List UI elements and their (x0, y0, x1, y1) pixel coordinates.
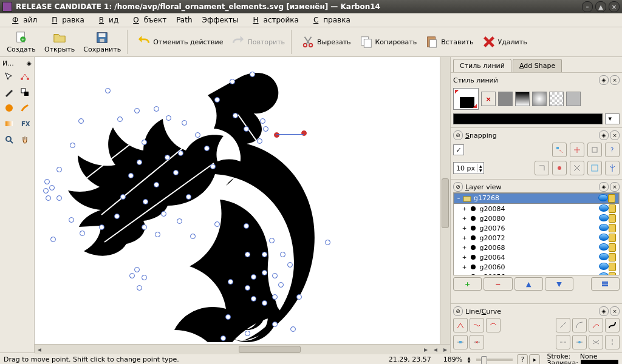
dock-float-icon[interactable]: ◈ (599, 75, 609, 85)
layer-row[interactable]: –g17268 (454, 193, 619, 204)
snap-distance-spinner[interactable]: 10 px▲▼ (453, 162, 484, 174)
stroke-color-well[interactable] (453, 113, 603, 124)
layer-row[interactable]: +g20076 (454, 223, 619, 233)
layer-row[interactable]: +g20064 (454, 252, 619, 262)
seg-curve2-button[interactable] (589, 318, 603, 332)
snap-ext-button[interactable] (570, 143, 584, 157)
snap-help-button[interactable]: ? (605, 143, 620, 157)
smooth-point-button[interactable] (470, 318, 484, 332)
no-stroke-button[interactable]: × (481, 92, 496, 106)
dock-close-icon[interactable]: × (610, 182, 620, 192)
undo-button[interactable]: Отменить действие (133, 34, 227, 50)
fill-swatch[interactable] (581, 360, 618, 365)
menu-object[interactable]: Объект (123, 15, 171, 25)
shape-tool[interactable] (18, 85, 32, 99)
snap-bbox-button[interactable] (587, 161, 602, 175)
dock-float-icon[interactable]: ◈ (599, 306, 609, 316)
linear-grad-button[interactable] (515, 92, 530, 106)
pointer-tool[interactable] (2, 69, 16, 84)
minimize-button[interactable]: – (582, 1, 593, 12)
delete-node-button[interactable] (470, 335, 484, 349)
merge-nodes-button[interactable] (589, 335, 603, 349)
menu-file[interactable]: Файл (2, 15, 42, 25)
layer-row[interactable]: +g20068 (454, 243, 619, 252)
snap-intersect-button[interactable] (570, 161, 584, 175)
snap-ortho-button[interactable] (535, 161, 549, 175)
pen-tool[interactable] (2, 85, 16, 99)
stroke-preview[interactable] (453, 88, 479, 110)
layer-list[interactable]: –g17268 +g20084 +g20080 +g20076 +g20072 … (453, 192, 620, 275)
zoom-tool[interactable] (2, 132, 16, 147)
snap-node-button[interactable] (552, 143, 567, 157)
join-path-button[interactable] (572, 335, 587, 349)
tab-stroke-style[interactable]: Стиль линий (453, 59, 511, 72)
layer-row[interactable]: +g20080 (454, 214, 619, 223)
layer-row[interactable]: +g20084 (454, 204, 619, 214)
dock-collapse-icon[interactable]: ⊘ (453, 182, 463, 192)
seg-curve3-button[interactable] (605, 318, 620, 332)
zoom-slider[interactable] (476, 359, 513, 361)
snap-enable-checkbox[interactable]: ✓ (453, 144, 464, 155)
maximize-button[interactable]: ▲ (595, 1, 606, 12)
menu-path[interactable]: Path (171, 15, 197, 25)
gradient-tool[interactable] (2, 116, 16, 131)
redo-button[interactable]: Повторить (227, 34, 289, 50)
layer-row[interactable]: +g20072 (454, 233, 619, 243)
layer-down-button[interactable]: ▼ (545, 277, 573, 291)
snap-guide-button[interactable] (605, 161, 620, 175)
delete-button[interactable]: Удалить (478, 34, 531, 50)
canvas[interactable] (35, 57, 440, 344)
canvas-vscrollbar[interactable] (440, 57, 450, 344)
save-button[interactable]: Сохранить (79, 30, 125, 55)
layer-row[interactable]: +g20060 (454, 262, 619, 272)
canvas-hscrollbar[interactable]: ◂▸◂▸ (35, 344, 450, 354)
insert-node-button[interactable] (453, 335, 468, 349)
new-button[interactable]: +Создать (2, 30, 40, 55)
layer-up-button[interactable]: ▲ (514, 277, 543, 291)
radial-grad-button[interactable] (532, 92, 547, 106)
dock-close-icon[interactable]: × (610, 130, 620, 140)
symmetric-point-button[interactable] (486, 318, 501, 332)
snap-node2-button[interactable] (552, 161, 567, 175)
copy-button[interactable]: Копировать (355, 34, 422, 50)
open-button[interactable]: Открыть (40, 30, 79, 55)
menu-settings[interactable]: Настройка (244, 15, 304, 25)
tab-add-shape[interactable]: Add Shape (513, 59, 562, 72)
close-button[interactable]: × (609, 1, 620, 12)
status-menu-button[interactable]: ▸ (529, 354, 540, 365)
pattern2-button[interactable] (566, 92, 581, 106)
paste-button[interactable]: Вставить (421, 34, 477, 50)
menu-view[interactable]: Вид (89, 15, 123, 25)
pattern-tool[interactable] (2, 101, 16, 115)
dock-float-icon[interactable]: ◈ (599, 130, 609, 140)
node-tool[interactable] (18, 69, 32, 84)
tools-collapse-icon[interactable]: ◈ (27, 59, 32, 67)
dock-float-icon[interactable]: ◈ (599, 182, 609, 192)
snap-grid-button[interactable] (587, 143, 602, 157)
menu-help[interactable]: Справка (304, 15, 355, 25)
fx-tool[interactable]: FX (18, 116, 32, 131)
dock-close-icon[interactable]: × (610, 75, 620, 85)
seg-line-button[interactable] (556, 318, 570, 332)
dock-close-icon[interactable]: × (610, 306, 620, 316)
menu-edit[interactable]: Правка (42, 15, 89, 25)
calligraphy-tool[interactable] (18, 101, 32, 115)
pattern-button[interactable] (549, 92, 564, 106)
seg-curve-button[interactable] (572, 318, 587, 332)
tools-title: И... (2, 59, 14, 67)
menu-effects[interactable]: Эффекты (197, 15, 244, 25)
break-path-button[interactable] (556, 335, 570, 349)
status-help-button[interactable]: ? (517, 354, 528, 365)
split-segment-button[interactable] (605, 335, 620, 349)
layer-options-button[interactable] (591, 277, 620, 291)
pan-tool[interactable] (18, 132, 32, 147)
remove-layer-button[interactable]: − (484, 277, 512, 291)
dock-collapse-icon[interactable]: ⊘ (453, 130, 463, 140)
stroke-color-select[interactable]: ▾ (605, 113, 620, 124)
add-layer-button[interactable]: + (453, 277, 482, 291)
stroke-value[interactable]: None (570, 353, 607, 360)
corner-point-button[interactable] (453, 318, 468, 332)
flat-fill-button[interactable] (498, 92, 513, 106)
cut-button[interactable]: Вырезать (297, 34, 355, 50)
dock-collapse-icon[interactable]: ⊘ (453, 306, 463, 316)
